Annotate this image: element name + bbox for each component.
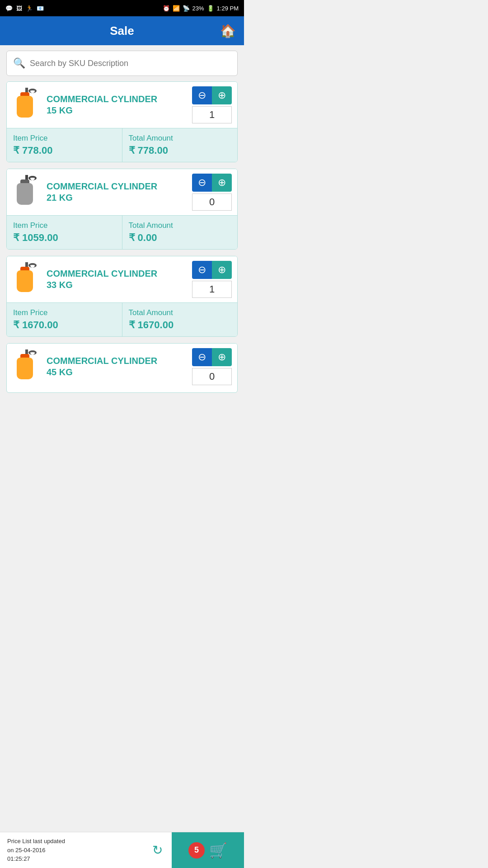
product-header-1: COMMERCIAL CYLINDER15 KG ⊖ ⊕ 1 — [7, 82, 237, 128]
item-price-cell-3: Item Price ₹ 1670.00 — [7, 303, 122, 336]
item-price-cell-2: Item Price ₹ 1059.00 — [7, 216, 122, 249]
wifi-icon: 📶 — [173, 5, 180, 12]
product-name-1: COMMERCIAL CYLINDER15 KG — [47, 94, 192, 116]
total-amount-cell-1: Total Amount ₹ 778.00 — [122, 128, 238, 162]
battery-percent: 23% — [192, 5, 204, 12]
qty-minus-4[interactable]: ⊖ — [192, 348, 212, 366]
battery-icon: 🔋 — [207, 5, 214, 12]
signal-icon: 📡 — [183, 5, 190, 12]
alarm-icon: ⏰ — [163, 5, 170, 12]
email-icon: 📧 — [37, 5, 44, 12]
qty-control-2: ⊖ ⊕ 0 — [192, 174, 232, 211]
qty-control-3: ⊖ ⊕ 1 — [192, 261, 232, 298]
item-price-label-1: Item Price — [13, 134, 116, 143]
status-bar: 💬 🖼 🏃 📧 ⏰ 📶 📡 23% 🔋 1:29 PM — [0, 0, 244, 16]
activity-icon: 🏃 — [26, 5, 33, 12]
total-amount-value-1: ₹ 778.00 — [129, 145, 231, 156]
product-name-4: COMMERCIAL CYLINDER45 KG — [47, 355, 192, 378]
status-icons: 💬 🖼 🏃 📧 — [5, 5, 44, 12]
product-header-2: COMMERCIAL CYLINDER21 KG ⊖ ⊕ 0 — [7, 169, 237, 215]
product-card-3: COMMERCIAL CYLINDER33 KG ⊖ ⊕ 1 Item Pric… — [6, 256, 238, 337]
product-icon-4 — [12, 352, 41, 381]
qty-control-4: ⊖ ⊕ 0 — [192, 348, 232, 385]
qty-minus-2[interactable]: ⊖ — [192, 174, 212, 192]
product-icon-3 — [12, 265, 41, 294]
qty-buttons-4: ⊖ ⊕ — [192, 348, 232, 366]
qty-value-2: 0 — [192, 193, 232, 211]
search-input[interactable] — [30, 59, 231, 68]
app-header: Sale 🏠 — [0, 16, 244, 45]
price-row-1: Item Price ₹ 778.00 Total Amount ₹ 778.0… — [7, 128, 237, 162]
qty-plus-3[interactable]: ⊕ — [212, 261, 232, 279]
whatsapp-icon: 💬 — [5, 5, 13, 12]
total-amount-label-2: Total Amount — [129, 221, 231, 230]
item-price-value-2: ₹ 1059.00 — [13, 232, 116, 244]
product-card-1: COMMERCIAL CYLINDER15 KG ⊖ ⊕ 1 Item Pric… — [6, 81, 238, 162]
qty-buttons-1: ⊖ ⊕ — [192, 86, 232, 104]
total-amount-cell-3: Total Amount ₹ 1670.00 — [122, 303, 238, 336]
status-info: ⏰ 📶 📡 23% 🔋 1:29 PM — [163, 5, 239, 12]
qty-minus-3[interactable]: ⊖ — [192, 261, 212, 279]
item-price-value-3: ₹ 1670.00 — [13, 319, 116, 331]
search-icon: 🔍 — [13, 57, 25, 69]
total-amount-label-1: Total Amount — [129, 134, 231, 143]
qty-plus-4[interactable]: ⊕ — [212, 348, 232, 366]
price-row-2: Item Price ₹ 1059.00 Total Amount ₹ 0.00 — [7, 215, 237, 249]
price-row-3: Item Price ₹ 1670.00 Total Amount ₹ 1670… — [7, 302, 237, 336]
search-bar[interactable]: 🔍 — [6, 51, 238, 76]
total-amount-value-3: ₹ 1670.00 — [129, 319, 231, 331]
total-amount-value-2: ₹ 0.00 — [129, 232, 231, 244]
item-price-label-3: Item Price — [13, 308, 116, 317]
product-name-2: COMMERCIAL CYLINDER21 KG — [47, 181, 192, 203]
qty-plus-2[interactable]: ⊕ — [212, 174, 232, 192]
product-icon-1 — [12, 90, 41, 119]
gallery-icon: 🖼 — [16, 5, 22, 12]
page-title: Sale — [110, 24, 134, 38]
qty-value-1: 1 — [192, 106, 232, 123]
qty-value-3: 1 — [192, 281, 232, 298]
product-icon-2 — [12, 178, 41, 207]
qty-buttons-3: ⊖ ⊕ — [192, 261, 232, 279]
qty-minus-1[interactable]: ⊖ — [192, 86, 212, 104]
products-list: COMMERCIAL CYLINDER15 KG ⊖ ⊕ 1 Item Pric… — [0, 81, 244, 393]
total-amount-label-3: Total Amount — [129, 308, 231, 317]
item-price-label-2: Item Price — [13, 221, 116, 230]
product-header-4: COMMERCIAL CYLINDER45 KG ⊖ ⊕ 0 — [7, 344, 237, 390]
total-amount-cell-2: Total Amount ₹ 0.00 — [122, 216, 238, 249]
product-card-4: COMMERCIAL CYLINDER45 KG ⊖ ⊕ 0 — [6, 343, 238, 393]
main-content: 🔍 COMMERCIAL CYLINDER15 KG ⊖ ⊕ — [0, 51, 244, 434]
item-price-value-1: ₹ 778.00 — [13, 145, 116, 156]
home-button[interactable]: 🏠 — [220, 24, 236, 38]
qty-value-4: 0 — [192, 368, 232, 385]
qty-plus-1[interactable]: ⊕ — [212, 86, 232, 104]
qty-buttons-2: ⊖ ⊕ — [192, 174, 232, 192]
qty-control-1: ⊖ ⊕ 1 — [192, 86, 232, 123]
product-header-3: COMMERCIAL CYLINDER33 KG ⊖ ⊕ 1 — [7, 256, 237, 302]
product-card-2: COMMERCIAL CYLINDER21 KG ⊖ ⊕ 0 Item Pric… — [6, 169, 238, 250]
item-price-cell-1: Item Price ₹ 778.00 — [7, 128, 122, 162]
time: 1:29 PM — [217, 5, 239, 12]
product-name-3: COMMERCIAL CYLINDER33 KG — [47, 268, 192, 291]
